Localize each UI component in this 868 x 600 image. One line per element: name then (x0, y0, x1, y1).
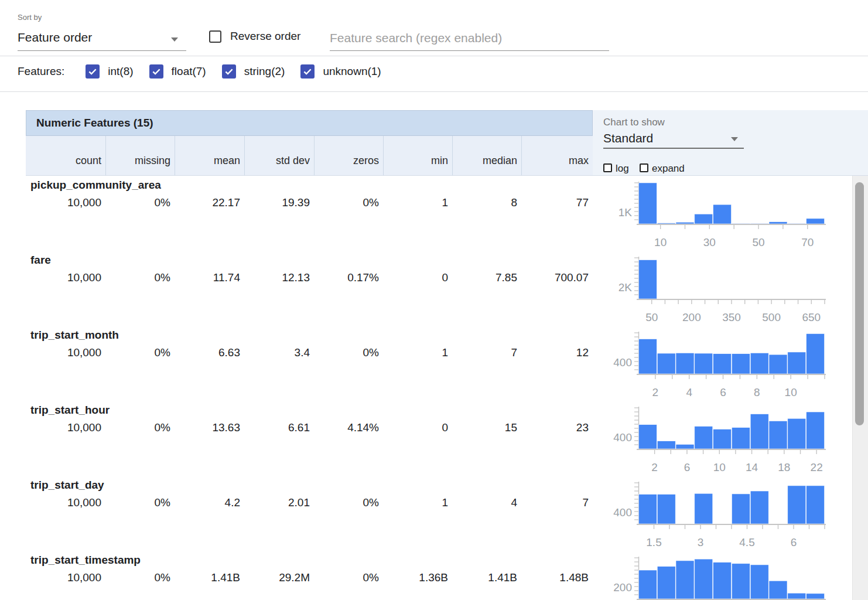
svg-text:4: 4 (686, 386, 692, 398)
stat-value: 15 (452, 421, 521, 434)
sort-by-dropdown[interactable]: Feature order (18, 28, 186, 51)
feature-histogram: 4002610141822 (603, 403, 832, 476)
filter-checkbox-float7[interactable]: float(7) (149, 64, 206, 79)
stat-value: 11.74 (175, 271, 244, 284)
feature-name: trip_start_timestamp (30, 554, 141, 567)
features-label: Features: (18, 65, 64, 78)
column-header: count (26, 136, 105, 175)
feature-row: trip_start_hour 10,0000%13.636.614.14%01… (0, 401, 868, 476)
stat-value: 1 (383, 346, 452, 359)
feature-type-filters: Features: int(8)float(7)string(2)unknown… (18, 64, 397, 79)
column-header: zeros (314, 136, 383, 175)
feature-histogram: 400246810 (603, 328, 832, 401)
svg-text:400: 400 (613, 356, 632, 369)
filter-checkbox-string2[interactable]: string(2) (222, 64, 285, 79)
reverse-order-checkbox[interactable] (209, 30, 221, 43)
svg-text:10: 10 (785, 386, 797, 398)
feature-histogram: 4001.534.56 (603, 478, 832, 551)
stat-value: 19.39 (244, 196, 314, 209)
stat-value: 77 (521, 196, 593, 209)
stat-value: 0% (314, 196, 383, 209)
stat-value: 0% (314, 571, 383, 584)
feature-stats: 10,0000%22.1719.390%1877 (26, 196, 593, 209)
svg-text:1K: 1K (618, 206, 633, 219)
svg-text:14: 14 (746, 461, 758, 473)
numeric-features-title: Numeric Features (15) (26, 110, 593, 136)
checkbox-checked-icon[interactable] (300, 64, 315, 79)
stat-value: 10,000 (26, 496, 105, 509)
chart-type-dropdown[interactable]: Standard (603, 130, 744, 149)
stat-value: 7 (452, 346, 521, 359)
feature-stats: 10,0000%11.7412.130.17%07.85700.07 (26, 271, 593, 284)
chevron-down-icon (171, 38, 178, 42)
svg-text:10: 10 (654, 236, 667, 248)
stat-value: 700.07 (521, 271, 593, 284)
stat-value: 23 (521, 421, 593, 434)
feature-histogram: 2K50200350500650 (603, 253, 832, 326)
chart-to-show-label: Chart to show (603, 117, 665, 128)
chart-type-value: Standard (603, 131, 653, 145)
stat-value: 0.17% (314, 271, 383, 284)
svg-text:22: 22 (811, 461, 823, 473)
svg-text:400: 400 (613, 506, 632, 519)
stat-value: 1.48B (521, 571, 593, 584)
column-header: mean (175, 136, 244, 175)
stat-value: 4.14% (314, 421, 383, 434)
svg-text:6: 6 (684, 461, 691, 473)
divider (0, 91, 868, 92)
column-header: missing (105, 136, 175, 175)
stat-value: 0% (105, 196, 175, 209)
stat-value: 2.01 (244, 496, 314, 509)
feature-search-input[interactable] (330, 26, 609, 51)
expand-checkbox[interactable] (640, 163, 648, 172)
log-label: log (616, 163, 629, 175)
filter-checkbox-int8[interactable]: int(8) (86, 64, 133, 79)
feature-name: fare (30, 254, 51, 267)
svg-text:30: 30 (703, 236, 716, 248)
stat-value: 22.17 (175, 196, 244, 209)
checkbox-checked-icon[interactable] (222, 64, 236, 79)
stat-value: 3.4 (244, 346, 314, 359)
column-header: median (452, 136, 521, 175)
stat-value: 6.63 (175, 346, 244, 359)
scrollbar-thumb[interactable] (855, 182, 864, 425)
checkbox-checked-icon[interactable] (149, 64, 163, 79)
column-header: std dev (244, 136, 314, 175)
stat-value: 13.63 (175, 421, 244, 434)
feature-name: trip_start_day (30, 479, 104, 492)
svg-text:200: 200 (613, 581, 632, 594)
feature-stats: 10,0000%6.633.40%1712 (26, 346, 593, 359)
chart-controls-panel: Chart to show Standard log expand (593, 110, 868, 176)
scrollbar-track[interactable] (852, 176, 868, 600)
svg-text:1.5: 1.5 (646, 536, 661, 548)
stat-value: 1.41B (175, 571, 244, 584)
stat-value: 8 (452, 196, 521, 209)
svg-text:10: 10 (713, 461, 726, 473)
svg-text:6: 6 (791, 536, 797, 548)
stat-value: 12.13 (244, 271, 314, 284)
feature-row: pickup_community_area 10,0000%22.1719.39… (0, 176, 868, 251)
svg-text:50: 50 (645, 311, 658, 323)
svg-text:650: 650 (802, 311, 821, 323)
stat-value: 4 (452, 496, 521, 509)
feature-stats: 10,0000%1.41B29.2M0%1.36B1.41B1.48B (26, 571, 593, 584)
log-checkbox[interactable] (603, 163, 612, 172)
svg-text:350: 350 (722, 311, 741, 323)
stat-value: 1 (383, 496, 452, 509)
feature-histogram: 1K10305070 (603, 178, 832, 251)
feature-row: fare 10,0000%11.7412.130.17%07.85700.07 … (0, 251, 868, 326)
svg-text:2: 2 (651, 461, 658, 473)
stat-value: 0% (105, 496, 175, 509)
feature-name: trip_start_month (30, 329, 119, 342)
svg-text:500: 500 (762, 311, 781, 323)
feature-row: trip_start_timestamp 10,0000%1.41B29.2M0… (0, 551, 868, 600)
stat-value: 0 (383, 271, 452, 284)
stat-value: 29.2M (244, 571, 314, 584)
stat-value: 0% (105, 421, 175, 434)
sort-by-label: Sort by (18, 13, 42, 22)
svg-text:6: 6 (720, 386, 726, 398)
feature-stats: 10,0000%13.636.614.14%01523 (26, 421, 593, 434)
filter-checkbox-unknown1[interactable]: unknown(1) (300, 64, 381, 79)
svg-text:8: 8 (754, 386, 760, 398)
checkbox-checked-icon[interactable] (86, 64, 100, 79)
